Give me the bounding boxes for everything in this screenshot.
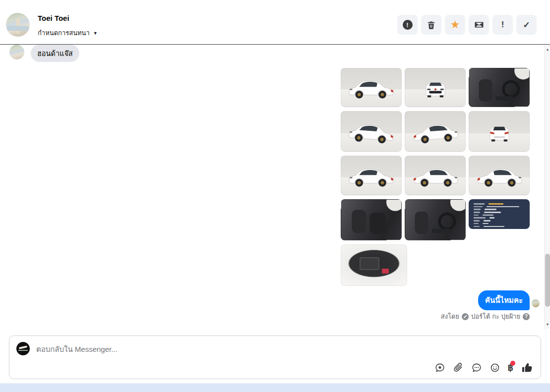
payment-button[interactable]: ฿ xyxy=(508,363,513,372)
chevron-down-icon: ▼ xyxy=(93,31,98,36)
photo-car-rear-left[interactable] xyxy=(341,111,402,152)
report-button[interactable]: ! xyxy=(397,15,418,35)
star-button[interactable]: ★ xyxy=(445,15,465,35)
photo-car-front[interactable] xyxy=(405,68,466,107)
photo-grid xyxy=(341,68,531,286)
conversation-label-dropdown[interactable]: กำหนดการสนทนา ▼ xyxy=(38,28,98,38)
car-photo-illustration xyxy=(344,75,399,101)
star-icon: ★ xyxy=(450,19,460,30)
emoji-button[interactable] xyxy=(489,362,500,373)
conversation-name: Toei Toei xyxy=(38,14,69,22)
reply-composer: ฿ xyxy=(9,336,541,379)
sent-by-prefix: ส่งโดย xyxy=(441,311,459,322)
seen-avatar xyxy=(532,299,540,307)
delete-button[interactable] xyxy=(421,15,441,35)
mark-done-button[interactable]: ✓ xyxy=(516,15,537,35)
comment-button[interactable] xyxy=(471,362,482,373)
photo-car-side-2[interactable] xyxy=(469,156,530,195)
conversation-header: Toei Toei กำหนดการสนทนา ▼ ! ★ xyxy=(0,0,550,44)
outgoing-message-bubble: คันนี้ไหมคะ xyxy=(478,290,530,310)
photo-car-front-right[interactable] xyxy=(405,111,466,152)
interior-photo-illustration xyxy=(344,203,399,238)
spec-line xyxy=(474,226,525,227)
car-photo-illustration xyxy=(476,119,523,145)
comment-dots-icon xyxy=(471,362,482,373)
messenger-inbox-window: Toei Toei กำหนดการสนทนา ▼ ! ★ xyxy=(0,0,550,392)
engine-red-part xyxy=(382,269,389,274)
paperclip-icon xyxy=(453,362,464,373)
spec-line xyxy=(474,217,525,219)
bottom-bar xyxy=(0,383,550,392)
photo-car-rear[interactable] xyxy=(469,111,530,152)
priority-button[interactable]: ! xyxy=(492,15,513,35)
interior-photo-illustration xyxy=(472,70,527,106)
scrollbar-down-arrow[interactable]: ▼ xyxy=(545,321,550,328)
photo-car-front-left[interactable] xyxy=(341,68,402,107)
exclamation-icon: ! xyxy=(501,20,504,30)
photo-interior-rear-seats[interactable] xyxy=(341,199,402,240)
spec-line xyxy=(474,206,525,208)
conversation-avatar xyxy=(6,13,30,37)
comment-star-icon xyxy=(434,362,445,373)
composer-toolbar: ฿ xyxy=(434,361,534,374)
conversation-actions: ! ★ ! ✓ xyxy=(397,15,537,35)
notification-dot xyxy=(510,361,515,366)
like-button[interactable] xyxy=(521,361,534,374)
saved-replies-button[interactable] xyxy=(434,362,445,373)
reply-input[interactable] xyxy=(36,343,383,355)
interior-photo-illustration xyxy=(408,203,463,238)
page-logo-avatar xyxy=(16,342,30,355)
photo-engine-bay[interactable] xyxy=(341,244,407,286)
car-photo-illustration xyxy=(343,117,399,147)
conversation-label-text: กำหนดการสนทนา xyxy=(38,28,90,38)
smiley-icon xyxy=(489,362,500,373)
incoming-message-avatar xyxy=(9,45,24,59)
photo-interior-front-seats[interactable] xyxy=(405,199,466,240)
spec-line xyxy=(474,209,525,210)
engine-block-illustration xyxy=(360,257,379,270)
car-photo-illustration xyxy=(412,75,459,101)
car-photo-illustration xyxy=(408,164,463,189)
photo-car-rear-right[interactable] xyxy=(341,156,402,195)
page-badge-icon xyxy=(462,313,469,320)
sent-by-line: ส่งโดย ปอร์โต้ กะ ปุยฝ้าย ? xyxy=(441,311,530,322)
photo-interior-dashboard[interactable] xyxy=(469,68,530,107)
attach-button[interactable] xyxy=(453,362,464,373)
sent-by-page-name: ปอร์โต้ กะ ปุยฝ้าย xyxy=(471,311,520,322)
spec-line xyxy=(474,203,525,205)
chat-scrollbar[interactable]: ▲ ▼ xyxy=(544,45,550,329)
car-photo-illustration xyxy=(344,164,399,189)
report-icon: ! xyxy=(403,20,413,30)
car-photo-illustration xyxy=(472,164,527,189)
incoming-message-bubble: ฮอนด้าแจ๊ส xyxy=(31,45,79,62)
trash-icon xyxy=(427,20,436,30)
car-photo-illustration xyxy=(407,117,463,147)
spec-line xyxy=(474,212,525,213)
scrollbar-up-arrow[interactable]: ▲ xyxy=(545,46,550,53)
envelope-icon xyxy=(474,20,484,30)
check-icon: ✓ xyxy=(523,20,530,30)
spec-line xyxy=(474,215,525,216)
header-divider xyxy=(0,44,550,45)
help-icon[interactable]: ? xyxy=(523,313,530,320)
spec-line xyxy=(474,223,525,224)
photo-spec-sheet[interactable] xyxy=(469,199,530,229)
spec-line xyxy=(474,220,525,222)
thumbs-up-icon xyxy=(521,361,534,374)
mark-unread-button[interactable] xyxy=(469,15,489,35)
scrollbar-thumb[interactable] xyxy=(545,254,550,307)
photo-car-side[interactable] xyxy=(405,156,466,195)
